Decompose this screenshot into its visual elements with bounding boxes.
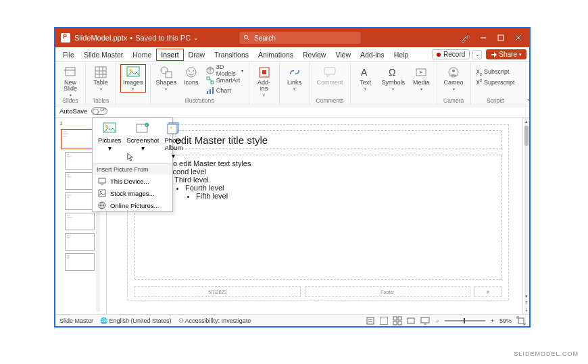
- maximize-button[interactable]: [497, 34, 505, 42]
- svg-rect-24: [210, 89, 211, 94]
- thumbnail-layout[interactable]: ━━━━━: [65, 152, 95, 170]
- titlebar: SlideModel.pptx • Saved to this PC ⌄ Sea…: [55, 28, 529, 47]
- superscript-button[interactable]: x2Superscript: [475, 78, 516, 87]
- reading-view-button[interactable]: [407, 317, 415, 325]
- vertical-scrollbar[interactable]: ▴ ▾ ⤒ ⤓: [522, 118, 529, 314]
- zoom-in-button[interactable]: +: [491, 317, 494, 324]
- photo-album-button[interactable]: Photo Album▾: [162, 121, 185, 161]
- globe-icon: [98, 201, 106, 209]
- svg-rect-53: [398, 317, 401, 320]
- images-button[interactable]: Images▾: [120, 64, 146, 93]
- 3d-models-button[interactable]: 3D Models▾: [205, 66, 245, 75]
- tab-add-ins[interactable]: Add-ins: [356, 49, 389, 61]
- status-mode: Slide Master: [59, 317, 93, 324]
- smartart-button[interactable]: SmartArt: [205, 76, 245, 85]
- cameo-button[interactable]: Cameo▾: [441, 64, 466, 93]
- record-dropdown[interactable]: ⌄: [472, 50, 482, 59]
- table-icon: [95, 66, 107, 78]
- new-slide-icon: [64, 66, 76, 78]
- record-button[interactable]: Record: [432, 49, 470, 59]
- title-caret-icon[interactable]: ⌄: [193, 34, 199, 41]
- fit-button[interactable]: [517, 317, 525, 325]
- media-button[interactable]: Media▾: [410, 64, 433, 93]
- zoom-level[interactable]: 59%: [499, 317, 512, 324]
- svg-rect-40: [168, 124, 177, 134]
- sorter-view-button[interactable]: [393, 317, 401, 325]
- zoom-out-button[interactable]: −: [435, 317, 439, 324]
- media-icon: [415, 66, 427, 78]
- ribbon-tabs: File Slide Master Home Insert Draw Trans…: [55, 47, 529, 62]
- stock-images-item[interactable]: Stock Images...: [93, 187, 172, 199]
- svg-rect-59: [518, 318, 524, 323]
- powerpoint-window: SlideModel.pptx • Saved to this PC ⌄ Sea…: [54, 27, 531, 328]
- status-lang[interactable]: 🌐 English (United States): [100, 317, 172, 324]
- this-device-item[interactable]: This Device...: [93, 175, 172, 187]
- thumbnail-master[interactable]: ━━━━━━━━━━: [61, 129, 95, 149]
- notes-button[interactable]: [366, 317, 374, 325]
- thumbnail-layout[interactable]: ━━━━━: [65, 233, 95, 251]
- footer-placeholder[interactable]: Footer: [305, 286, 471, 297]
- online-pictures-item[interactable]: Online Pictures...: [93, 199, 172, 211]
- tab-home[interactable]: Home: [128, 49, 156, 61]
- status-accessibility[interactable]: ⚇ Accessibility: Investigate: [178, 317, 251, 324]
- symbols-button[interactable]: Ω Symbols▾: [379, 64, 408, 93]
- zoom-slider[interactable]: [445, 320, 485, 321]
- number-placeholder[interactable]: #: [474, 286, 501, 297]
- next-slide-icon[interactable]: ⤓: [524, 307, 529, 313]
- svg-point-45: [100, 191, 101, 192]
- thumbnail-layout[interactable]: ━━━━━━: [65, 213, 95, 230]
- tab-view[interactable]: View: [330, 49, 356, 61]
- pen-icon[interactable]: [460, 33, 470, 43]
- thumbnail-layout[interactable]: ━━━━━: [65, 192, 95, 210]
- scroll-up-icon[interactable]: ▴: [525, 119, 528, 124]
- tab-insert[interactable]: Insert: [156, 49, 183, 61]
- addins-button[interactable]: Add- ins▾: [253, 64, 275, 99]
- statusbar: Slide Master 🌐 English (United States) ⚇…: [55, 314, 529, 326]
- pictures-button[interactable]: Pictures▾: [95, 121, 124, 161]
- tab-animations[interactable]: Animations: [253, 49, 298, 61]
- new-slide-button[interactable]: New Slide▾: [59, 64, 81, 99]
- svg-rect-52: [393, 317, 397, 320]
- links-button[interactable]: Links▾: [284, 64, 305, 93]
- tab-transitions[interactable]: Transitions: [210, 49, 253, 61]
- slideshow-button[interactable]: [420, 317, 430, 325]
- cursor-icon: [127, 153, 134, 162]
- date-placeholder[interactable]: 5/7/2023: [134, 286, 301, 297]
- chart-button[interactable]: Chart: [205, 86, 245, 95]
- autosave-toggle[interactable]: Off: [91, 107, 107, 115]
- normal-view-button[interactable]: [380, 317, 388, 325]
- svg-rect-55: [398, 321, 401, 325]
- tab-draw[interactable]: Draw: [184, 49, 210, 61]
- tab-review[interactable]: Review: [298, 49, 330, 61]
- thumbnail-layout[interactable]: ━━━━: [65, 253, 95, 271]
- shapes-button[interactable]: Shapes▾: [155, 64, 178, 93]
- body-placeholder[interactable]: Click to edit Master text styles Second …: [134, 155, 501, 280]
- tab-help[interactable]: Help: [389, 49, 414, 61]
- powerpoint-icon: [61, 33, 70, 43]
- subscript-button[interactable]: x2Subscript: [475, 67, 516, 76]
- prev-slide-icon[interactable]: ⤒: [524, 301, 529, 306]
- close-button[interactable]: [514, 34, 522, 42]
- comment-button[interactable]: Comment: [314, 64, 346, 87]
- title-placeholder[interactable]: Click to edit Master title style: [134, 130, 501, 149]
- icons-button[interactable]: Icons: [180, 64, 202, 87]
- collapse-ribbon-button[interactable]: ⌄: [520, 92, 531, 105]
- tab-slide-master[interactable]: Slide Master: [79, 49, 128, 61]
- cameo-icon: [447, 66, 460, 78]
- svg-point-18: [189, 70, 190, 72]
- minimize-button[interactable]: [479, 34, 487, 42]
- tab-file[interactable]: File: [58, 49, 79, 61]
- share-icon: [491, 51, 497, 57]
- svg-rect-27: [262, 70, 266, 74]
- smartart-icon: [206, 76, 214, 84]
- save-state: Saved to this PC: [135, 34, 191, 42]
- scroll-down-icon[interactable]: ▾: [525, 294, 528, 299]
- search-box[interactable]: Search: [239, 32, 361, 44]
- search-icon: [243, 34, 250, 41]
- stock-icon: [98, 189, 106, 197]
- text-button[interactable]: A Text▾: [355, 64, 376, 93]
- table-button[interactable]: Table▾: [90, 64, 112, 93]
- images-dropdown-menu: Pictures▾ + Screenshot▾ Photo Album▾ Ins…: [92, 118, 173, 212]
- thumbnail-layout[interactable]: ━━━━━: [65, 172, 95, 190]
- share-button[interactable]: Share▾: [486, 49, 526, 59]
